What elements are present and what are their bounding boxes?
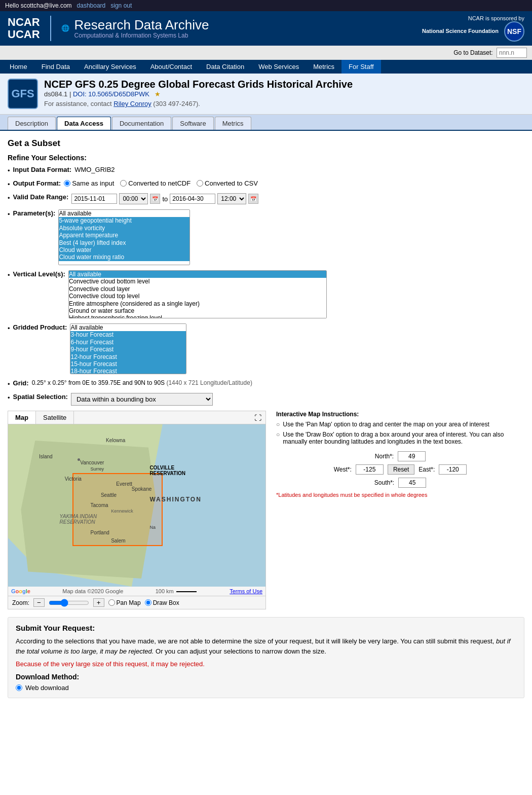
map-visual[interactable]: Kelowna Island Vancouver Surrey Victoria… [8, 424, 265, 587]
map-container: Map Satellite ⛶ Kelowna Island Vancouver… [8, 411, 524, 609]
south-input[interactable] [398, 478, 426, 488]
dataset-id-line: ds084.1 | DOI: 10.5065/D65D8PWK ★ [44, 90, 353, 98]
star-icon[interactable]: ★ [155, 90, 161, 98]
parameters-select[interactable]: All available 5-wave geopotential height… [58, 209, 190, 265]
north-input[interactable] [398, 451, 426, 461]
dataset-title: NCEP GFS 0.25 Degree Global Forecast Gri… [44, 79, 353, 90]
dashboard-link[interactable]: dashboard [77, 2, 106, 9]
terms-link[interactable]: Terms of Use [230, 588, 262, 594]
north-label: North*: [375, 453, 394, 460]
calendar-to-icon[interactable]: 📅 [248, 194, 258, 204]
zoom-slider[interactable] [49, 599, 89, 607]
output-format-options: Same as input Converted to netCDF Conver… [64, 179, 258, 187]
cisl-icon: 🌐 [61, 24, 69, 32]
map-tab-map[interactable]: Map [8, 411, 36, 424]
instruction-item-2: Use the 'Draw Box' option to drag a box … [276, 431, 524, 445]
web-download-radio[interactable] [16, 684, 22, 691]
vertical-levels-select[interactable]: All available Convective cloud bottom le… [68, 270, 327, 318]
instructions-panel: Interactive Map Instructions: Use the 'P… [276, 411, 524, 609]
bullet6: • [8, 324, 10, 332]
nsf-text: NCAR is sponsored by [468, 15, 524, 21]
map-tab-satellite[interactable]: Satellite [36, 411, 74, 424]
tab-documentation[interactable]: Documentation [112, 117, 171, 130]
output-csv-radio[interactable] [197, 180, 203, 187]
tab-software[interactable]: Software [172, 117, 213, 130]
map-label-salem: Salem [111, 538, 125, 544]
date-from-input[interactable] [71, 194, 117, 204]
pan-map-radio[interactable] [108, 599, 115, 606]
map-label-victoria: Victoria [65, 476, 82, 482]
nav-ancillary-services[interactable]: Ancillary Services [77, 60, 143, 74]
gfs-logo: GFS [8, 79, 38, 109]
nav-for-staff[interactable]: For Staff [341, 60, 381, 74]
rda-branding: 🌐 [61, 24, 69, 33]
draw-box-radio[interactable] [145, 599, 151, 606]
bullet7: • [8, 380, 10, 388]
map-box: Map Satellite ⛶ Kelowna Island Vancouver… [8, 411, 266, 609]
google-logo: Google [11, 588, 30, 594]
map-label-colville: COLVILLERESERVATION [149, 465, 185, 476]
map-label-seattle: Seattle [101, 492, 117, 498]
map-label-everett: Everett [116, 481, 132, 487]
bullet8: • [8, 394, 10, 402]
warning-text: Because of the very large size of this r… [16, 660, 516, 668]
map-scale: 100 km [156, 588, 198, 594]
goto-input[interactable] [497, 48, 527, 58]
nav-about-contact[interactable]: About/Contact [143, 60, 199, 74]
tab-description[interactable]: Description [8, 117, 56, 130]
bullet5: • [8, 271, 10, 279]
map-label-vancouver: Vancouver [80, 460, 104, 465]
tab-data-access[interactable]: Data Access [57, 117, 111, 130]
pan-map-option[interactable]: Pan Map [108, 599, 141, 606]
map-fullscreen-button[interactable]: ⛶ [250, 412, 265, 424]
output-same-radio[interactable] [64, 180, 70, 187]
output-csv-label[interactable]: Converted to CSV [197, 179, 258, 187]
submit-section: Submit Your Request: According to the se… [8, 617, 524, 698]
east-input[interactable] [439, 464, 467, 475]
map-label-tacoma: Tacoma [91, 502, 108, 508]
main-content: Get a Subset Refine Your Selections: • I… [0, 131, 532, 706]
calendar-from-icon[interactable]: 📅 [150, 194, 160, 204]
signout-link[interactable]: sign out [110, 2, 132, 9]
doi-link[interactable]: DOI: 10.5065/D65D8PWK [73, 90, 149, 98]
output-netcdf-radio[interactable] [120, 180, 127, 187]
zoom-minus-button[interactable]: − [33, 598, 45, 607]
contact-link[interactable]: Riley Conroy [113, 100, 151, 107]
zoom-plus-button[interactable]: + [93, 598, 104, 607]
gridded-product-row: • Gridded Product: All available 3-hour … [8, 323, 524, 374]
output-netcdf-label[interactable]: Converted to netCDF [120, 179, 191, 187]
date-to-input[interactable] [170, 194, 215, 204]
tab-metrics[interactable]: Metrics [215, 117, 251, 130]
input-format-row: • Input Data Format: WMO_GRIB2 [8, 166, 524, 174]
spatial-selection-select[interactable]: Data within a bounding box All data Cust… [71, 393, 213, 406]
map-label-na: Na [149, 525, 156, 530]
top-bar: Hello scottcha@live.com dashboard sign o… [0, 0, 532, 11]
nsf-highlight: National Science Foundation [422, 28, 499, 34]
download-method-title: Download Method: [16, 673, 516, 681]
grid-label: Grid: [13, 379, 29, 387]
dataset-header: GFS NCEP GFS 0.25 Degree Global Forecast… [0, 74, 532, 115]
time-to-select[interactable]: 12:0000:0006:0018:00 [217, 193, 246, 204]
grid-info: 0.25° x 0.25° from 0E to 359.75E and 90N… [32, 379, 252, 386]
map-data-credit: Map data ©2020 Google [62, 588, 123, 594]
draw-box-option[interactable]: Draw Box [145, 599, 179, 606]
zoom-label: Zoom: [12, 599, 29, 606]
west-east-row: West*: Reset East*: [276, 464, 524, 475]
reset-button[interactable]: Reset [388, 464, 414, 475]
gridded-product-select[interactable]: All available 3-hour Forecast 6-hour For… [70, 323, 186, 374]
nav-find-data[interactable]: Find Data [34, 60, 77, 74]
map-label-surrey: Surrey [91, 466, 104, 472]
nav-data-citation[interactable]: Data Citation [199, 60, 251, 74]
goto-dataset-bar: Go to Dataset: [0, 46, 532, 60]
bullet4: • [8, 210, 10, 218]
instructions-list: Use the 'Pan Map' option to drag and cen… [276, 421, 524, 445]
map-label-kennewick: Kennewick [111, 509, 133, 514]
west-input[interactable] [356, 464, 384, 475]
output-same-label[interactable]: Same as input [64, 179, 114, 187]
nav-metrics[interactable]: Metrics [306, 60, 341, 74]
time-from-select[interactable]: 00:0006:0012:0018:00 [119, 193, 148, 204]
main-nav: Home Find Data Ancillary Services About/… [0, 60, 532, 74]
nav-home[interactable]: Home [3, 60, 34, 74]
nav-web-services[interactable]: Web Services [251, 60, 306, 74]
instructions-title: Interactive Map Instructions: [276, 411, 524, 418]
